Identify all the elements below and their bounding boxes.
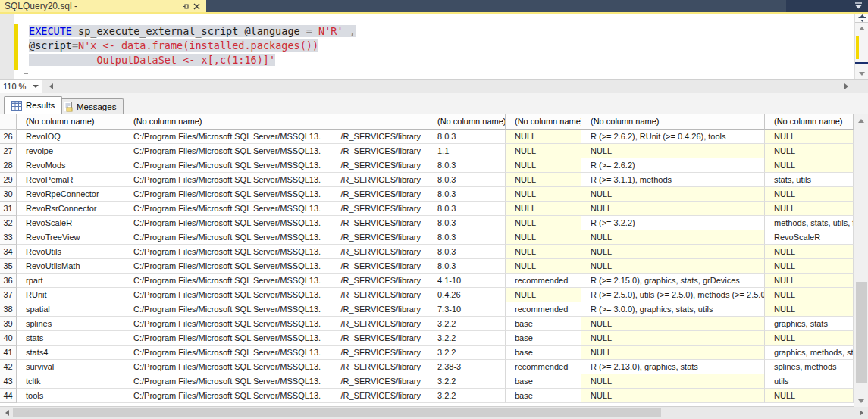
pin-icon[interactable] [180,1,191,11]
grid-scroll-left-arrow[interactable] [2,407,12,419]
grid-cell-libpath[interactable]: C:/Program Files/Microsoft SQL Server/MS… [124,144,428,158]
code-area[interactable]: EXECUTE sp_execute_external_script @lang… [29,24,356,67]
grid-cell-imports[interactable]: NULL [765,130,854,144]
grid-cell-libpath[interactable]: C:/Program Files/Microsoft SQL Server/MS… [124,288,428,302]
grid-cell-imports[interactable]: utils [765,374,854,389]
row-number-cell[interactable]: 37 [0,288,17,302]
grid-cell-libpath[interactable]: C:/Program Files/Microsoft SQL Server/MS… [124,187,428,202]
grid-cell-imports[interactable]: NULL [765,144,854,158]
grid-cell-libpath[interactable]: C:/Program Files/Microsoft SQL Server/MS… [124,230,428,245]
grid-cell-libpath[interactable]: C:/Program Files/Microsoft SQL Server/MS… [124,274,428,288]
grid-cell-priority[interactable]: recommended [506,274,581,288]
grid-cell-name[interactable]: rpart [17,274,124,288]
grid-cell-libpath[interactable]: C:/Program Files/Microsoft SQL Server/MS… [124,216,428,230]
grid-cell-imports[interactable]: NULL [765,389,854,403]
grid-cell-priority[interactable]: recommended [506,302,581,317]
grid-cell-depends[interactable]: NULL [581,144,765,158]
sql-editor[interactable]: EXECUTE sp_execute_external_script @lang… [0,14,868,79]
grid-cell-depends[interactable]: NULL [581,317,765,331]
grid-cell-priority[interactable]: NULL [506,202,581,216]
row-number-cell[interactable]: 40 [0,331,17,346]
grid-cell-depends[interactable]: NULL [581,389,765,403]
grid-cell-depends[interactable]: R (>= 2.13.0), graphics, stats [581,360,765,374]
grid-cell-libpath[interactable]: C:/Program Files/Microsoft SQL Server/MS… [124,130,428,144]
grid-cell-version[interactable]: 8.0.3 [428,259,506,274]
grid-cell-name[interactable]: RevoIOQ [17,130,124,144]
grid-cell-priority[interactable]: NULL [506,158,581,173]
grid-cell-name[interactable]: revolpe [17,144,124,158]
grid-cell-depends[interactable]: NULL [581,331,765,346]
grid-cell-imports[interactable]: methods, stats, utils, fo [765,216,854,230]
grid-cell-libpath[interactable]: C:/Program Files/Microsoft SQL Server/MS… [124,259,428,274]
row-number-cell[interactable]: 38 [0,302,17,317]
grid-cell-name[interactable]: splines [17,317,124,331]
grid-cell-priority[interactable]: NULL [506,230,581,245]
code-line[interactable]: @script=N'x <- data.frame(installed.pack… [29,39,356,53]
row-number-cell[interactable]: 31 [0,202,17,216]
grid-cell-depends[interactable]: R (>= 3.2.2) [581,216,765,230]
grid-cell-name[interactable]: RevoMods [17,158,124,173]
grid-cell-name[interactable]: stats4 [17,346,124,360]
grid-cell-imports[interactable]: NULL [765,302,854,317]
grid-scroll-up-arrow[interactable] [854,116,868,125]
grid-cell-depends[interactable]: NULL [581,346,765,360]
code-line[interactable]: EXECUTE sp_execute_external_script @lang… [29,24,356,39]
grid-cell-name[interactable]: RevoUtilsMath [17,259,124,274]
grid-corner-cell[interactable] [0,114,17,130]
row-number-cell[interactable]: 41 [0,346,17,360]
tab-results[interactable]: Results [4,96,62,114]
grid-cell-depends[interactable]: R (>= 2.15.0), graphics, stats, grDevice… [581,274,765,288]
open-files-dropdown-icon[interactable] [854,2,863,11]
row-number-cell[interactable]: 30 [0,187,17,202]
grid-cell-libpath[interactable]: C:/Program Files/Microsoft SQL Server/MS… [124,346,428,360]
grid-cell-depends[interactable]: NULL [581,230,765,245]
grid-cell-imports[interactable]: NULL [765,274,854,288]
grid-cell-depends[interactable]: R (>= 2.6.2) [581,158,765,173]
row-number-cell[interactable]: 28 [0,158,17,173]
grid-cell-version[interactable]: 8.0.3 [428,245,506,259]
grid-hscrollbar[interactable] [0,407,868,419]
grid-cell-depends[interactable]: R (>= 3.0.0), graphics, stats, utils [581,302,765,317]
grid-cell-priority[interactable]: NULL [506,288,581,302]
grid-cell-version[interactable]: 3.2.2 [428,346,506,360]
scroll-right-arrow[interactable] [841,80,851,93]
row-number-cell[interactable]: 35 [0,259,17,274]
grid-cell-imports[interactable]: NULL [765,202,854,216]
tab-messages[interactable]: Messages [55,98,124,114]
grid-cell-imports[interactable]: NULL [765,288,854,302]
grid-cell-priority[interactable]: NULL [506,216,581,230]
editor-vscrollbar[interactable] [854,14,868,79]
grid-cell-imports[interactable]: splines, methods [765,360,854,374]
grid-cell-priority[interactable]: NULL [506,144,581,158]
grid-header-cell[interactable]: (No column name) [124,114,428,130]
grid-cell-priority[interactable]: base [506,374,581,389]
grid-cell-version[interactable]: 8.0.3 [428,230,506,245]
row-number-cell[interactable]: 29 [0,173,17,187]
grid-cell-depends[interactable]: NULL [581,245,765,259]
grid-header-cell[interactable]: (No column name) [765,114,854,130]
row-number-cell[interactable]: 27 [0,144,17,158]
grid-cell-name[interactable]: survival [17,360,124,374]
grid-cell-libpath[interactable]: C:/Program Files/Microsoft SQL Server/MS… [124,158,428,173]
grid-cell-version[interactable]: 7.3-10 [428,302,506,317]
row-number-cell[interactable]: 34 [0,245,17,259]
close-icon[interactable] [191,1,202,11]
grid-cell-depends[interactable]: R (>= 2.6.2), RUnit (>= 0.4.26), tools [581,130,765,144]
row-number-cell[interactable]: 43 [0,374,17,389]
outline-bracket[interactable] [24,30,28,74]
grid-cell-depends[interactable]: R (>= 2.5.0), utils (>= 2.5.0), methods … [581,288,765,302]
grid-cell-libpath[interactable]: C:/Program Files/Microsoft SQL Server/MS… [124,202,428,216]
grid-cell-priority[interactable]: base [506,346,581,360]
grid-cell-priority[interactable]: NULL [506,130,581,144]
scroll-down-arrow[interactable] [855,70,868,77]
row-number-cell[interactable]: 33 [0,230,17,245]
grid-cell-version[interactable]: 8.0.3 [428,202,506,216]
row-number-cell[interactable]: 32 [0,216,17,230]
grid-header-cell[interactable]: (No column name) [17,114,124,130]
document-tab-sqlquery20[interactable]: SQLQuery20.sql - [0,0,206,12]
grid-cell-name[interactable]: RevoUtils [17,245,124,259]
grid-cell-priority[interactable]: NULL [506,173,581,187]
grid-cell-version[interactable]: 2.38-3 [428,360,506,374]
grid-scroll-down-arrow[interactable] [854,396,868,405]
grid-cell-name[interactable]: RevoRsrConnector [17,202,124,216]
